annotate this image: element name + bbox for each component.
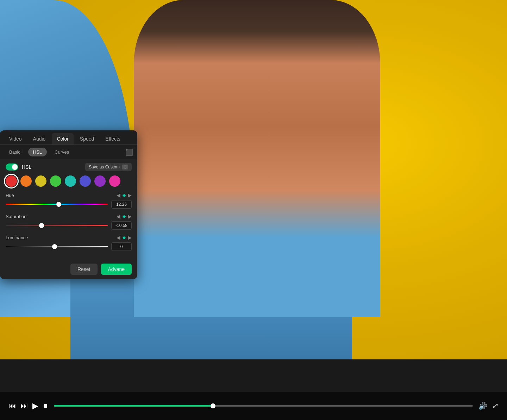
color-dot-blue[interactable] (80, 175, 91, 187)
rewind-button[interactable]: ⏮ (8, 402, 16, 410)
luminance-slider-section: Luminance ◀ ◆ ▶ (6, 235, 132, 251)
luminance-header: Luminance ◀ ◆ ▶ (6, 235, 132, 240)
saturation-header: Saturation ◀ ◆ ▶ (6, 214, 132, 219)
hsl-label: HSL (22, 164, 31, 170)
luminance-next-btn[interactable]: ▶ (128, 235, 132, 240)
color-selector (6, 175, 132, 187)
progress-thumb[interactable] (211, 403, 215, 408)
hue-prev-btn[interactable]: ◀ (117, 192, 120, 198)
luminance-prev-btn[interactable]: ◀ (117, 235, 120, 240)
saturation-thumb[interactable] (39, 223, 44, 228)
main-tabs: Video Audio Color Speed Effects (0, 130, 137, 145)
tab-effects[interactable]: Effects (100, 133, 125, 144)
playback-bar: ⏮ ⏭ ▶ ⏹ 🔊 ⤢ (0, 392, 507, 420)
luminance-label: Luminance (6, 235, 117, 240)
panel-footer: Reset Advane (0, 259, 137, 279)
right-controls: 🔊 ⤢ (478, 401, 499, 410)
luminance-nav: ◀ ◆ ▶ (117, 235, 132, 240)
color-dot-orange[interactable] (20, 175, 32, 187)
tab-color[interactable]: Color (52, 133, 73, 144)
color-panel: Video Audio Color Speed Effects Basic HS… (0, 130, 137, 279)
color-dot-pink[interactable] (109, 175, 120, 187)
hue-thumb[interactable] (56, 202, 61, 207)
person-figure (134, 0, 380, 317)
hue-nav: ◀ ◆ ▶ (117, 192, 132, 198)
hue-label: Hue (6, 193, 117, 198)
step-forward-button[interactable]: ⏭ (20, 402, 28, 410)
sub-tab-basic[interactable]: Basic (4, 148, 25, 156)
advance-button[interactable]: Advane (101, 264, 132, 275)
tab-speed[interactable]: Speed (75, 133, 99, 144)
luminance-track[interactable] (6, 246, 108, 247)
color-dot-red[interactable] (6, 175, 17, 187)
progress-fill (54, 405, 213, 407)
saturation-nav: ◀ ◆ ▶ (117, 214, 132, 219)
color-dot-purple[interactable] (94, 175, 106, 187)
hue-keyframe-icon[interactable]: ◆ (123, 193, 126, 198)
stop-button[interactable]: ⏹ (43, 403, 48, 409)
volume-icon[interactable]: 🔊 (478, 402, 487, 410)
saturation-slider-section: Saturation ◀ ◆ ▶ (6, 214, 132, 230)
saturation-track[interactable] (6, 225, 108, 226)
saturation-value[interactable] (111, 221, 132, 230)
hsl-toggle[interactable] (6, 163, 18, 171)
panel-body: HSL Save as Custom C Hue ◀ ◆ (0, 159, 137, 259)
progress-area (54, 405, 473, 407)
play-button[interactable]: ▶ (32, 402, 38, 410)
saturation-next-btn[interactable]: ▶ (128, 214, 132, 219)
hue-header: Hue ◀ ◆ ▶ (6, 192, 132, 198)
saturation-label: Saturation (6, 214, 117, 219)
tab-video[interactable]: Video (4, 133, 27, 144)
luminance-keyframe-icon[interactable]: ◆ (123, 235, 126, 240)
saturation-prev-btn[interactable]: ◀ (117, 214, 120, 219)
play-controls: ⏮ ⏭ ▶ ⏹ (8, 402, 48, 410)
hue-next-btn[interactable]: ▶ (128, 192, 132, 198)
fullscreen-icon[interactable]: ⤢ (492, 401, 499, 410)
color-dot-teal[interactable] (65, 175, 76, 187)
reset-button[interactable]: Reset (70, 264, 98, 275)
tab-audio[interactable]: Audio (28, 133, 51, 144)
hue-slider-section: Hue ◀ ◆ ▶ (6, 192, 132, 209)
luminance-thumb[interactable] (52, 244, 57, 249)
color-dot-yellow[interactable] (35, 175, 46, 187)
save-preset-icon[interactable]: ⬛ (125, 148, 133, 156)
sub-tabs: Basic HSL Curves ⬛ (0, 145, 137, 159)
color-dot-green[interactable] (50, 175, 61, 187)
hue-slider-row (6, 200, 132, 209)
hue-value[interactable] (111, 200, 132, 209)
save-custom-label: Save as Custom (89, 165, 120, 169)
luminance-value[interactable] (111, 242, 132, 251)
save-as-custom-button[interactable]: Save as Custom C (85, 163, 132, 171)
saturation-slider-row (6, 221, 132, 230)
luminance-slider-row (6, 242, 132, 251)
saturation-keyframe-icon[interactable]: ◆ (123, 214, 126, 219)
hsl-row: HSL Save as Custom C (6, 163, 132, 171)
save-custom-shortcut: C (122, 165, 128, 169)
sub-tab-curves[interactable]: Curves (50, 148, 74, 156)
hue-track[interactable] (6, 204, 108, 205)
sub-tab-hsl[interactable]: HSL (28, 148, 47, 156)
progress-track[interactable] (54, 405, 473, 407)
